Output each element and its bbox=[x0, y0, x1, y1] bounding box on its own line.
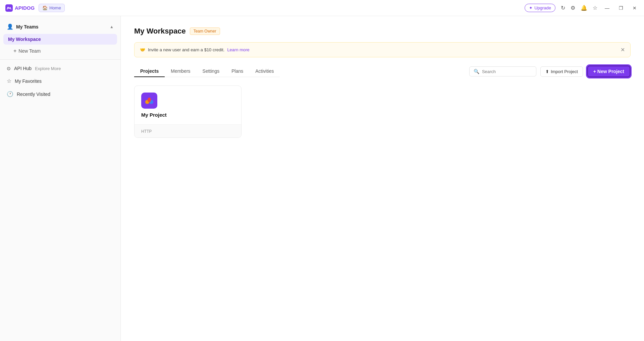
chevron-up-icon: ▲ bbox=[110, 24, 114, 29]
sidebar-item-recently-visited[interactable]: 🕐 Recently Visited bbox=[0, 88, 120, 101]
minimize-button[interactable]: — bbox=[603, 5, 611, 11]
project-card-top: My Project bbox=[135, 86, 241, 124]
tabs-actions: 🔍 ⬆ Import Project + New Project bbox=[469, 65, 631, 77]
main-content: My Workspace Team Owner 🤝 Invite a new u… bbox=[121, 16, 644, 341]
titlebar-right: ✦ Upgrade ↻ ⚙ 🔔 ☆ — ❐ ✕ bbox=[525, 4, 639, 12]
api-hub-icon: ⊙ bbox=[7, 66, 11, 71]
project-icon-svg bbox=[144, 95, 155, 106]
invite-banner-left: 🤝 Invite a new user and earn a $10 credi… bbox=[140, 47, 250, 52]
logo[interactable]: APIDOG bbox=[5, 4, 35, 12]
upgrade-button[interactable]: ✦ Upgrade bbox=[525, 4, 555, 12]
home-icon: 🏠 bbox=[42, 5, 48, 10]
invite-close-button[interactable]: ✕ bbox=[621, 47, 625, 53]
titlebar: APIDOG 🏠 Home ✦ Upgrade ↻ ⚙ 🔔 ☆ — ❐ ✕ bbox=[0, 0, 644, 16]
invite-learn-more-link[interactable]: Learn more bbox=[227, 47, 249, 52]
app-body: 👤 My Teams ▲ My Workspace + New Team ⊙ A… bbox=[0, 16, 644, 341]
sidebar-item-api-hub[interactable]: ⊙ API Hub Explore More bbox=[0, 62, 120, 74]
invite-banner: 🤝 Invite a new user and earn a $10 credi… bbox=[134, 42, 631, 57]
svg-point-3 bbox=[148, 98, 151, 102]
bell-icon[interactable]: 🔔 bbox=[581, 5, 587, 11]
tab-projects[interactable]: Projects bbox=[134, 66, 165, 77]
clock-icon: 🕐 bbox=[7, 91, 13, 97]
my-favorites-label: My Favorites bbox=[15, 78, 42, 84]
search-input[interactable] bbox=[482, 69, 532, 74]
new-team-label: New Team bbox=[18, 48, 41, 54]
home-button[interactable]: 🏠 Home bbox=[39, 4, 65, 12]
invite-emoji: 🤝 bbox=[140, 47, 145, 52]
settings-icon[interactable]: ⚙ bbox=[571, 5, 575, 11]
project-card-my-project[interactable]: My Project HTTP bbox=[134, 86, 241, 138]
tab-plans[interactable]: Plans bbox=[225, 66, 249, 77]
import-icon: ⬆ bbox=[545, 69, 549, 74]
tabs-bar: Projects Members Settings Plans Activiti… bbox=[134, 65, 631, 77]
star-icon[interactable]: ☆ bbox=[593, 5, 597, 11]
my-workspace-label: My Workspace bbox=[8, 37, 41, 42]
invite-text: Invite a new user and earn a $10 credit. bbox=[148, 47, 224, 52]
apidog-logo-icon bbox=[5, 4, 13, 12]
titlebar-left: APIDOG 🏠 Home bbox=[5, 4, 65, 12]
search-box[interactable]: 🔍 bbox=[469, 66, 536, 76]
project-type: HTTP bbox=[141, 129, 152, 134]
my-teams-label: My Teams bbox=[16, 24, 39, 30]
new-project-label: + New Project bbox=[593, 69, 624, 74]
plus-icon: + bbox=[13, 48, 16, 54]
upgrade-icon: ✦ bbox=[529, 5, 533, 10]
search-icon: 🔍 bbox=[474, 69, 479, 74]
people-icon: 👤 bbox=[7, 23, 13, 30]
import-project-button[interactable]: ⬆ Import Project bbox=[540, 66, 583, 77]
refresh-icon[interactable]: ↻ bbox=[561, 5, 565, 11]
tab-settings[interactable]: Settings bbox=[197, 66, 226, 77]
explore-more-label: Explore More bbox=[35, 66, 61, 71]
sidebar-divider-1 bbox=[0, 59, 120, 60]
sidebar: 👤 My Teams ▲ My Workspace + New Team ⊙ A… bbox=[0, 16, 121, 341]
sidebar-item-my-favorites[interactable]: ☆ My Favorites bbox=[0, 74, 120, 88]
upgrade-label: Upgrade bbox=[534, 5, 551, 10]
tabs: Projects Members Settings Plans Activiti… bbox=[134, 66, 280, 77]
tab-activities[interactable]: Activities bbox=[249, 66, 280, 77]
svg-rect-0 bbox=[5, 4, 13, 12]
page-title: My Workspace bbox=[134, 27, 186, 36]
project-name: My Project bbox=[141, 112, 234, 118]
new-project-button[interactable]: + New Project bbox=[587, 65, 631, 77]
logo-text: APIDOG bbox=[15, 5, 35, 11]
api-hub-label: API Hub bbox=[14, 66, 32, 71]
sidebar-item-new-team[interactable]: + New Team bbox=[0, 45, 120, 57]
recently-visited-label: Recently Visited bbox=[17, 92, 50, 97]
home-label: Home bbox=[49, 5, 61, 10]
project-card-bottom: HTTP bbox=[135, 124, 241, 137]
page-header: My Workspace Team Owner bbox=[134, 27, 631, 36]
close-button[interactable]: ✕ bbox=[631, 5, 639, 11]
my-teams-header[interactable]: 👤 My Teams ▲ bbox=[0, 20, 120, 33]
maximize-button[interactable]: ❐ bbox=[617, 5, 625, 11]
team-owner-badge: Team Owner bbox=[190, 27, 220, 35]
projects-grid: My Project HTTP bbox=[134, 86, 631, 138]
tab-members[interactable]: Members bbox=[165, 66, 196, 77]
project-icon bbox=[141, 93, 157, 109]
sidebar-item-my-workspace[interactable]: My Workspace bbox=[3, 34, 117, 45]
import-label: Import Project bbox=[551, 69, 578, 74]
star-nav-icon: ☆ bbox=[7, 78, 11, 84]
